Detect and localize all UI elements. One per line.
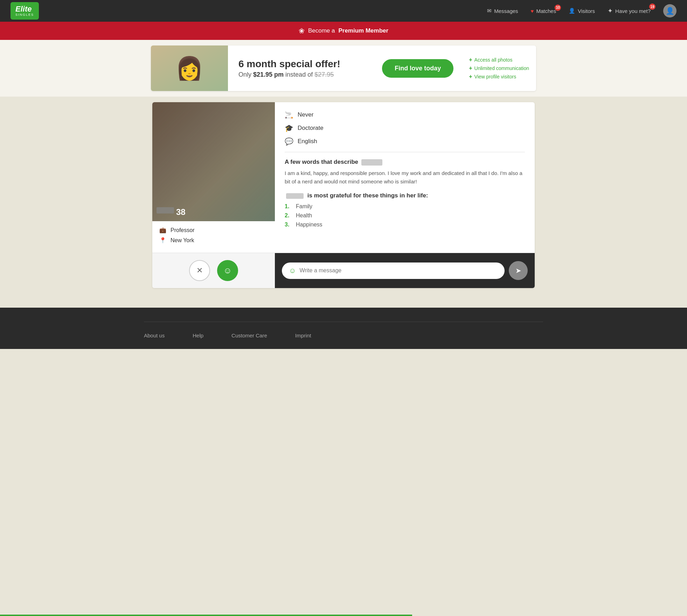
progress-bar-wrap [0,615,687,616]
heart-icon [531,8,534,14]
grateful-section: is most grateful for these things in her… [285,192,525,228]
banner-flower-icon: ❀ [299,27,305,35]
nav-visitors[interactable]: Visitors [569,8,595,14]
matches-label: Matches [536,8,556,14]
footer-help[interactable]: Help [193,332,203,338]
language-label: English [298,138,317,145]
logo-text: Elite [15,5,32,13]
grateful-title-text: is most grateful for these things in her… [307,192,428,199]
describe-text: I am a kind, happy, and responsible pers… [285,169,525,186]
offer-features: Access all photos Unlimited communicatio… [462,50,536,87]
have-you-met-badge: 19 [649,4,655,10]
nav-matches[interactable]: Matches 10 [531,8,556,14]
send-button[interactable] [509,261,528,280]
banner-bold: Premium Member [338,27,388,34]
work-icon [159,227,166,233]
send-icon [515,266,521,275]
nav-messages[interactable]: Messages [487,8,518,14]
message-col: ☺ [275,253,535,288]
offer-title: 6 month special offer! [238,58,363,70]
footer-links: About us Help Customer Care Imprint [144,332,543,338]
grateful-title: is most grateful for these things in her… [285,192,525,199]
name-blur-describe [361,159,382,166]
message-input[interactable] [299,267,498,274]
have-you-met-label: Have you met? [615,8,651,14]
offer-price: Only $21.95 pm instead of $27.95 [238,71,363,78]
feature-photos-label: Access all photos [474,57,513,63]
photo-blur-overlay [152,102,275,221]
nav-have-you-met[interactable]: ✦ Have you met? 19 [608,7,651,15]
avatar-icon: 👤 [666,7,674,15]
location-label: New York [171,237,194,244]
met-icon: ✦ [608,7,613,15]
site-logo[interactable]: Elite SINGLES [11,2,39,20]
graduate-icon [285,124,293,132]
name-badge-blur [157,207,174,214]
smile-icon [223,266,232,275]
message-input-wrap: ☺ [282,262,505,279]
feature-communication-label: Unlimited communication [474,65,529,71]
offer-img-inner: 👩 [151,46,228,91]
price-instead: instead of [285,71,314,78]
banner-prefix: Become a [308,27,335,34]
education-row: Doctorate [285,124,525,132]
profile-bottom: ☺ [152,253,535,288]
model-icon: 👩 [175,55,203,82]
smoking-row: Never [285,111,525,119]
cross-icon [196,266,203,275]
feature-visitors-label: View profile visitors [474,74,516,79]
offer-image: 👩 [151,46,228,91]
logo-sub: SINGLES [15,13,34,17]
age-badge: 38 [176,207,186,217]
messages-label: Messages [494,8,518,14]
person-icon [569,8,575,14]
offer-section: 👩 6 month special offer! Only $21.95 pm … [0,40,687,97]
offer-text-block: 6 month special offer! Only $21.95 pm in… [228,51,374,85]
describe-section: A few words that describe I am a kind, h… [285,159,525,186]
location-icon [159,237,166,244]
grateful-item-1: 1. Family [285,203,525,210]
plus-icon-3 [469,74,472,80]
progress-bar [0,615,412,616]
visitors-label: Visitors [578,8,595,14]
grateful-item-3: 3. Happiness [285,222,525,228]
footer-about[interactable]: About us [144,332,165,338]
profile-card: 38 Professor New York [152,102,535,288]
dismiss-button[interactable] [189,260,210,281]
envelope-icon [487,8,492,14]
plus-icon-1 [469,57,472,63]
plus-icon-2 [469,65,472,71]
feature-communication: Unlimited communication [469,65,529,71]
feature-visitors: View profile visitors [469,74,529,80]
price-main: $21.95 pm [253,71,284,78]
name-blur-grateful [286,193,304,199]
smile-msg-icon: ☺ [289,267,296,275]
education-label: Doctorate [298,125,324,132]
divider-1 [285,152,525,152]
like-button[interactable] [217,260,238,281]
profile-photo: 38 [152,102,275,221]
avatar[interactable]: 👤 [663,4,676,18]
premium-banner[interactable]: ❀ Become a Premium Member [0,22,687,40]
occupation-row: Professor [159,227,268,233]
smoking-label: Never [298,111,313,118]
occupation-label: Professor [171,227,194,233]
action-buttons [152,253,275,288]
feature-photos: Access all photos [469,57,529,63]
matches-badge: 10 [555,5,561,11]
footer-divider [144,322,543,322]
profile-body: 38 Professor New York [152,102,535,253]
footer-imprint[interactable]: Imprint [295,332,311,338]
speech-icon [285,137,293,146]
footer: About us Help Customer Care Imprint [0,308,687,349]
profile-sidebar-info: Professor New York [152,221,275,253]
footer-customer-care[interactable]: Customer Care [231,332,267,338]
price-old: $27.95 [314,71,334,78]
find-love-button[interactable]: Find love today [382,59,453,78]
site-header: Elite SINGLES Messages Matches 10 Visito… [0,0,687,22]
describe-title: A few words that describe [285,159,525,166]
photo-age-badge: 38 [157,207,186,217]
grateful-list: 1. Family 2. Health 3. Happiness [285,203,525,228]
price-label: Only [238,71,253,78]
language-row: English [285,137,525,146]
